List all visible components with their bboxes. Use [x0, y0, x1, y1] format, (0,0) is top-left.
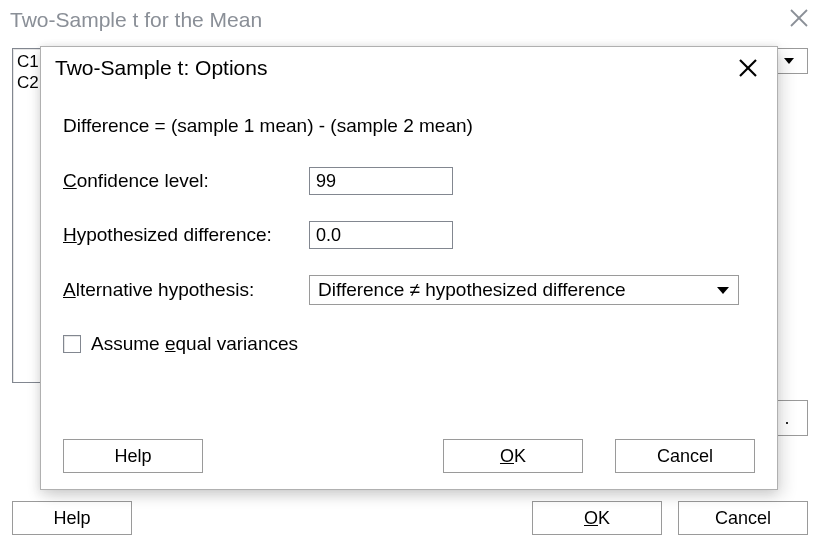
- bg-close-icon[interactable]: [790, 8, 808, 32]
- alternative-hypothesis-row: Alternative hypothesis: Difference ≠ hyp…: [63, 275, 755, 305]
- dialog-body: Difference = (sample 1 mean) - (sample 2…: [41, 89, 777, 367]
- bg-window-title: Two-Sample t for the Mean: [10, 8, 262, 32]
- options-dialog: Two-Sample t: Options Difference = (samp…: [40, 46, 778, 490]
- confidence-level-label: Confidence level:: [63, 170, 309, 192]
- dialog-cancel-button[interactable]: Cancel: [615, 439, 755, 473]
- bg-side-button-label: .: [784, 408, 789, 429]
- dialog-titlebar: Two-Sample t: Options: [41, 47, 777, 89]
- bg-titlebar: Two-Sample t for the Mean: [0, 0, 820, 40]
- dialog-title: Two-Sample t: Options: [55, 56, 267, 80]
- bg-cancel-button[interactable]: Cancel: [678, 501, 808, 535]
- confidence-level-row: Confidence level:: [63, 167, 755, 195]
- alternative-hypothesis-label: Alternative hypothesis:: [63, 279, 309, 301]
- bg-help-button[interactable]: Help: [12, 501, 132, 535]
- hypothesized-difference-input[interactable]: [309, 221, 453, 249]
- dialog-help-button[interactable]: Help: [63, 439, 203, 473]
- alternative-hypothesis-value: Difference ≠ hypothesized difference: [318, 279, 626, 301]
- hypothesized-difference-row: Hypothesized difference:: [63, 221, 755, 249]
- confidence-level-input[interactable]: [309, 167, 453, 195]
- assume-equal-variances-checkbox[interactable]: [63, 335, 81, 353]
- hypothesized-difference-label: Hypothesized difference:: [63, 224, 309, 246]
- assume-equal-variances-label: Assume equal variances: [91, 333, 298, 355]
- chevron-down-icon: [784, 58, 794, 64]
- assume-equal-variances-row: Assume equal variances: [63, 333, 755, 355]
- difference-formula: Difference = (sample 1 mean) - (sample 2…: [63, 115, 755, 137]
- main-window: Two-Sample t for the Mean C1 C2 . Help O…: [0, 0, 820, 550]
- close-icon: [738, 58, 758, 78]
- dialog-ok-button[interactable]: OK: [443, 439, 583, 473]
- dialog-close-button[interactable]: [733, 53, 763, 83]
- bg-ok-button[interactable]: OK: [532, 501, 662, 535]
- dialog-button-row: Help OK Cancel: [63, 439, 755, 473]
- chevron-down-icon: [708, 277, 737, 303]
- alternative-hypothesis-select[interactable]: Difference ≠ hypothesized difference: [309, 275, 739, 305]
- bg-button-row: Help OK Cancel: [12, 498, 808, 538]
